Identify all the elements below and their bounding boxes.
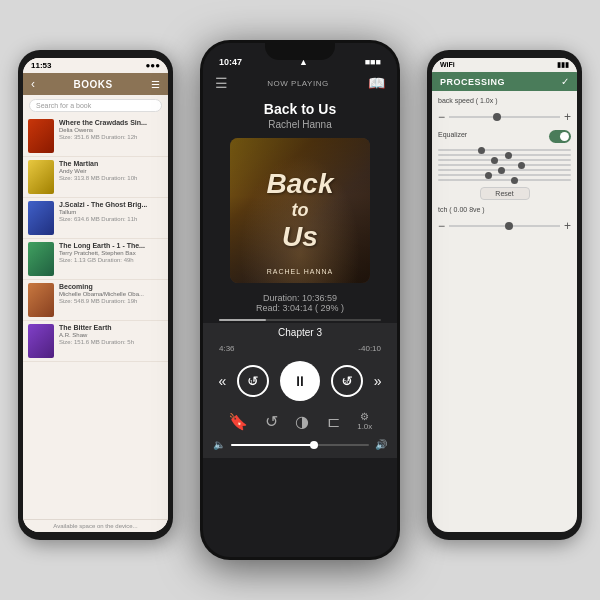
center-time: 10:47 — [219, 57, 242, 67]
left-header[interactable]: ‹ BOOKS ☰ — [23, 73, 168, 95]
skip-forward-30-button[interactable]: ↻ 30 — [331, 365, 363, 397]
eq-slider-2[interactable] — [438, 154, 571, 156]
center-book-author: Rachel Hanna — [213, 119, 387, 130]
cast-button[interactable]: ⊏ — [327, 412, 340, 431]
book-info: The Long Earth - 1 - The... Terry Pratch… — [59, 242, 163, 263]
eq-slider-3[interactable] — [438, 159, 571, 161]
speed-plus-button[interactable]: + — [564, 110, 571, 124]
book-title: Becoming — [59, 283, 163, 291]
refresh-button[interactable]: ↺ — [265, 412, 278, 431]
pitch-row: tch ( 0.00 8ve ) — [438, 206, 571, 213]
search-input[interactable]: Search for a book — [29, 99, 162, 112]
album-title-line1: Back — [267, 168, 334, 200]
speed-label: 1.0x — [357, 422, 372, 431]
left-icons: ●●● — [146, 61, 161, 70]
fast-forward-button[interactable]: » — [374, 373, 382, 389]
eq-slider-6[interactable] — [438, 174, 571, 176]
right-header: PROCESSING ✓ — [432, 72, 577, 91]
rewind-button[interactable]: « — [218, 373, 226, 389]
search-bar: Search for a book — [23, 95, 168, 116]
left-back-btn[interactable]: ‹ — [31, 77, 35, 91]
album-art-author: RACHEL HANNA — [267, 268, 334, 275]
book-cover — [28, 160, 54, 194]
speed-setting-row: back speed ( 1.0x ) — [438, 97, 571, 104]
book-meta: Size: 548.9 MB Duration: 19h — [59, 298, 163, 304]
right-status-bar: WiFi ▮▮▮ — [432, 58, 577, 72]
eq-sliders — [438, 149, 571, 181]
speed-button[interactable]: ⚙ 1.0x — [357, 411, 372, 431]
pitch-minus-button[interactable]: − — [438, 219, 445, 233]
eq-slider-7[interactable] — [438, 179, 571, 181]
speed-minus-button[interactable]: − — [438, 110, 445, 124]
duration-info: Duration: 10:36:59 Read: 3:04:14 ( 29% ) — [203, 289, 397, 317]
book-cover — [28, 201, 54, 235]
left-time: 11:53 — [31, 61, 51, 70]
book-cover — [28, 242, 54, 276]
pitch-plus-button[interactable]: + — [564, 219, 571, 233]
time-remaining: -40:10 — [358, 344, 381, 353]
book-info: J.Scalzi - The Ghost Brig... Tallum Size… — [59, 201, 163, 222]
equalizer-toggle[interactable] — [549, 130, 571, 143]
volume-fill — [231, 444, 314, 446]
right-battery: ▮▮▮ — [557, 61, 569, 69]
left-footer: Available space on the device... — [23, 519, 168, 532]
book-cover — [28, 324, 54, 358]
book-title: The Bitter Earth — [59, 324, 163, 332]
book-author: Andy Weir — [59, 168, 163, 174]
book-info: The Bitter Earth A.R. Shaw Size: 151.6 M… — [59, 324, 163, 345]
book-meta: Size: 351.6 MB Duration: 12h — [59, 134, 163, 140]
chapter-info: Chapter 3 — [203, 323, 397, 342]
duration-text: Duration: 10:36:59 — [207, 293, 393, 303]
album-art-title: Back to Us — [267, 168, 334, 253]
moon-button[interactable]: ◑ — [295, 412, 309, 431]
menu-icon[interactable]: ☰ — [215, 75, 228, 91]
book-title-section: Back to Us Rachel Hanna — [203, 97, 397, 132]
reset-button[interactable]: Reset — [480, 187, 530, 200]
progress-fill — [219, 319, 266, 321]
center-book-title: Back to Us — [213, 101, 387, 117]
book-info: Where the Crawdads Sin... Delia Owens Si… — [59, 119, 163, 140]
list-item[interactable]: The Martian Andy Weir Size: 313.8 MB Dur… — [23, 157, 168, 198]
volume-low-icon: 🔈 — [213, 439, 225, 450]
book-list: Where the Crawdads Sin... Delia Owens Si… — [23, 116, 168, 519]
book-title: The Long Earth - 1 - The... — [59, 242, 163, 250]
time-elapsed: 4:36 — [219, 344, 235, 353]
list-item[interactable]: Where the Crawdads Sin... Delia Owens Si… — [23, 116, 168, 157]
skip-back-15-button[interactable]: ↺ 15 — [237, 365, 269, 397]
list-item[interactable]: Becoming Michelle Obama/Michelle Oba... … — [23, 280, 168, 321]
pause-button[interactable]: ⏸ — [280, 361, 320, 401]
equalizer-label: Equalizer — [438, 131, 467, 138]
bookmark-button[interactable]: 🔖 — [228, 412, 248, 431]
notch — [265, 40, 335, 60]
right-wifi: WiFi — [440, 61, 455, 69]
list-item[interactable]: J.Scalzi - The Ghost Brig... Tallum Size… — [23, 198, 168, 239]
volume-row: 🔈 🔊 — [203, 435, 397, 458]
album-title-line3: Us — [267, 221, 334, 253]
right-header-title: PROCESSING — [440, 77, 505, 87]
left-header-menu[interactable]: ☰ — [151, 79, 160, 90]
center-battery: ■■■ — [365, 57, 381, 67]
volume-thumb — [310, 441, 318, 449]
pitch-label: tch ( 0.00 8ve ) — [438, 206, 485, 213]
book-cover — [28, 283, 54, 317]
volume-track[interactable] — [231, 444, 369, 446]
eq-slider-5[interactable] — [438, 169, 571, 171]
list-item[interactable]: The Long Earth - 1 - The... Terry Pratch… — [23, 239, 168, 280]
list-item[interactable]: The Bitter Earth A.R. Shaw Size: 151.6 M… — [23, 321, 168, 362]
speed-icon: ⚙ — [360, 411, 369, 422]
eq-slider-1[interactable] — [438, 149, 571, 151]
check-icon[interactable]: ✓ — [561, 76, 569, 87]
book-icon[interactable]: 📖 — [368, 75, 385, 91]
book-author: Tallum — [59, 209, 163, 215]
book-title: J.Scalzi - The Ghost Brig... — [59, 201, 163, 209]
book-author: Michelle Obama/Michelle Oba... — [59, 291, 163, 297]
equalizer-row: Equalizer — [438, 130, 571, 143]
phone-left: 11:53 ●●● ‹ BOOKS ☰ Search for a book Wh… — [18, 50, 173, 540]
scene: 11:53 ●●● ‹ BOOKS ☰ Search for a book Wh… — [0, 0, 600, 600]
book-meta: Size: 634.6 MB Duration: 11h — [59, 216, 163, 222]
eq-slider-4[interactable] — [438, 164, 571, 166]
center-header: ☰ NOW PLAYING 📖 — [203, 71, 397, 97]
album-title-line2: to — [267, 200, 334, 221]
time-row: 4:36 -40:10 — [203, 342, 397, 355]
book-meta: Size: 151.6 MB Duration: 5h — [59, 339, 163, 345]
